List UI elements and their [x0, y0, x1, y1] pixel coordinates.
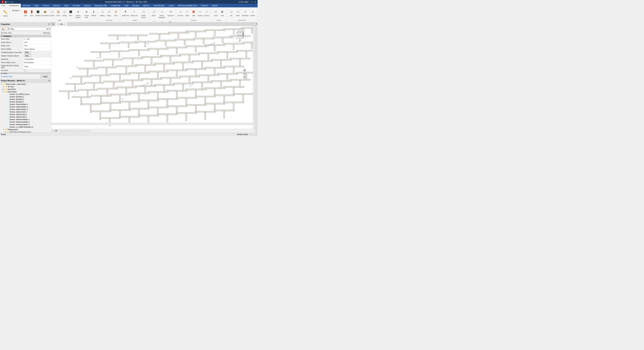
- room-button[interactable]: ⬜ Room: [150, 9, 157, 19]
- show-button[interactable]: ⬜ Show: [234, 9, 241, 17]
- tab-polytech[interactable]: Polytech: [199, 4, 210, 8]
- discipline-value[interactable]: Coordination: [24, 58, 51, 61]
- tab-issues[interactable]: Issues: [167, 4, 176, 8]
- right-panel-expand[interactable]: ◄: [256, 23, 257, 25]
- window-button[interactable]: ⬛ Window: [35, 9, 41, 17]
- apply-button[interactable]: Apply: [40, 75, 50, 78]
- vertical-scrollbar[interactable]: [253, 26, 255, 129]
- close-btn[interactable]: ✕: [255, 1, 256, 3]
- nav-btn-10[interactable]: ⬜: [88, 130, 91, 132]
- vg-edit-button[interactable]: Edit...: [24, 51, 31, 54]
- graphic-display-edit-button[interactable]: Edit...: [24, 55, 31, 57]
- nav-btn-7[interactable]: ⬜: [79, 130, 81, 132]
- nav-btn-1[interactable]: ⬜: [60, 130, 62, 132]
- minimize-btn[interactable]: ─: [250, 1, 251, 3]
- quick-access-print[interactable]: 🖨: [12, 1, 13, 3]
- stair-button[interactable]: 🪜 Stair: [112, 9, 119, 17]
- browser-item[interactable]: ▼ 📁 Plattegronden: [0, 128, 51, 131]
- floor-button[interactable]: ⬛ Floor: [68, 9, 74, 17]
- model-text-button[interactable]: T Model Text: [122, 9, 130, 17]
- tab-file[interactable]: File: [0, 4, 7, 8]
- nav-btn-6[interactable]: ⬜: [76, 130, 78, 132]
- tab-quantification[interactable]: Quantification: [152, 4, 167, 8]
- tab-bim[interactable]: BIM Interoperability Tools: [176, 4, 199, 8]
- grid-button[interactable]: ⊞ Grid: [219, 9, 226, 17]
- curtain-system-button[interactable]: ⊟ Curtain System: [74, 9, 82, 19]
- quick-access-undo[interactable]: ↩: [8, 1, 9, 3]
- browser-item[interactable]: 📄 Section: Dakov/Dekker 1: [0, 103, 51, 106]
- revit-logo[interactable]: R: [1, 1, 4, 3]
- column-button[interactable]: ⬜ Column: [49, 9, 55, 17]
- tab-annotate[interactable]: Annotate: [70, 4, 82, 8]
- model-line-button[interactable]: / Model Line: [130, 9, 138, 17]
- parts-visibility-value[interactable]: Show Original: [24, 48, 51, 51]
- properties-close-button[interactable]: ✕: [48, 23, 50, 26]
- browser-item[interactable]: ▼ 📁 Doorsneden: [0, 91, 51, 93]
- tab-structure[interactable]: Structure: [21, 4, 32, 8]
- room-separator-button[interactable]: ⬜ Room Separator: [157, 9, 166, 19]
- status-icon-1[interactable]: ⬜: [249, 133, 251, 135]
- browser-item[interactable]: ▶ 📁 Aanzichten: [0, 88, 51, 91]
- nav-btn-8[interactable]: ⬜: [82, 130, 84, 132]
- tab-architecture[interactable]: Architecture: [7, 4, 21, 8]
- model-group-button[interactable]: ⬜ Model Group: [139, 9, 148, 19]
- roof-button[interactable]: 🏠 Roof: [55, 9, 62, 17]
- ref-plane-button[interactable]: ⬜ Ref Plane: [241, 9, 249, 17]
- browser-item[interactable]: ▼ 📁 Floor Plan: 00 begane grond: [0, 131, 51, 132]
- nav-btn-4[interactable]: ⬜: [69, 130, 72, 132]
- browser-item[interactable]: ▼ 📁 Views (Cadix - views basis): [0, 83, 51, 85]
- modify-button[interactable]: ✏️ Modify: [2, 9, 9, 18]
- door-button[interactable]: 🚪 Door: [29, 9, 35, 17]
- browser-item[interactable]: 📄 Section: Dakoverstek 3: [0, 116, 51, 118]
- browser-item[interactable]: 📄 Section: Dakov/Dekker 3: [0, 108, 51, 111]
- browser-item[interactable]: 📄 Section: Boeideel 2: [0, 98, 51, 101]
- vertical-button[interactable]: ⬜ Vertical: [197, 9, 203, 17]
- quick-access-save[interactable]: 💾: [5, 1, 7, 3]
- dormer-button[interactable]: ⬜ Dormer: [204, 9, 210, 17]
- analysis-display-value[interactable]: None: [24, 64, 51, 69]
- quick-access-redo[interactable]: ↪: [10, 1, 11, 3]
- viewport-tab-3d[interactable]: ⬜ (3D) ✕: [55, 22, 67, 26]
- detail-level-value[interactable]: Fine: [24, 44, 51, 47]
- viewport-canvas[interactable]: Goot: Rechts Goot: Links >>> FRONT LEFT: [51, 26, 255, 129]
- tab-systems[interactable]: Systems: [51, 4, 62, 8]
- nav-btn-3[interactable]: ⬜: [66, 130, 68, 132]
- browser-item[interactable]: 📄 Section: Dakov/Dekker 2: [0, 106, 51, 108]
- project-browser-close-button[interactable]: ✕: [48, 79, 50, 82]
- select-button[interactable]: ⬆ Select ▾: [12, 9, 20, 13]
- tab-manage[interactable]: Manage: [130, 4, 141, 8]
- view-type-dropdown[interactable]: 3D View: [6, 27, 49, 31]
- horizontal-scrollbar[interactable]: [51, 123, 253, 125]
- status-icon-2[interactable]: ⬜: [252, 133, 254, 135]
- tab-insert[interactable]: Insert: [62, 4, 71, 8]
- browser-item[interactable]: 📄 Section: Dakoverstek 2: [0, 113, 51, 116]
- tab-view[interactable]: View: [122, 4, 130, 8]
- browser-item[interactable]: 📄 Section: Windveerdekker 3: [0, 123, 51, 126]
- ceiling-button[interactable]: ⬜ Ceiling: [62, 9, 68, 17]
- properties-help-link[interactable]: Properties help: [1, 76, 12, 77]
- component-button[interactable]: 📦 Component: [41, 9, 49, 17]
- tab-close-button[interactable]: ✕: [64, 23, 66, 25]
- tab-precast[interactable]: Precast: [40, 4, 51, 8]
- browser-item[interactable]: 📄 Section: Windveerdekker 2: [0, 121, 51, 123]
- ramp-button[interactable]: ⬜ Ramp: [106, 9, 112, 17]
- viewer-button[interactable]: ⬜ Viewer: [250, 9, 256, 17]
- sun-path-checkbox[interactable]: [24, 70, 26, 72]
- edit-type-link[interactable]: Edit Type: [43, 32, 50, 34]
- browser-item[interactable]: 📄 Section: Dakoverstek 1: [0, 111, 51, 113]
- text-section-header[interactable]: ▼ Text: [0, 72, 51, 74]
- maximize-btn[interactable]: □: [252, 1, 254, 3]
- tab-massing[interactable]: Massing & Site: [92, 4, 109, 8]
- browser-item[interactable]: ▼ 📁 3D View: [0, 85, 51, 88]
- tab-modify[interactable]: Modify: [210, 4, 220, 8]
- scale-value[interactable]: 100: [24, 41, 51, 44]
- browser-item[interactable]: 📄 Section: Boeideel 3: [0, 101, 51, 103]
- tab-analyze[interactable]: Analyze: [82, 4, 92, 8]
- tab-addins[interactable]: Add-Ins: [141, 4, 152, 8]
- level-button[interactable]: ⬜ Level: [212, 9, 219, 17]
- view-scale-value[interactable]: 1 : 100: [24, 38, 51, 41]
- tab-home[interactable]: 🏠: [51, 22, 55, 26]
- tab-collaborate[interactable]: Collaborate: [109, 4, 122, 8]
- set-button[interactable]: ⬜ Set: [228, 9, 234, 17]
- curtain-grid-button[interactable]: ⊞ Curtain Grid: [82, 9, 90, 19]
